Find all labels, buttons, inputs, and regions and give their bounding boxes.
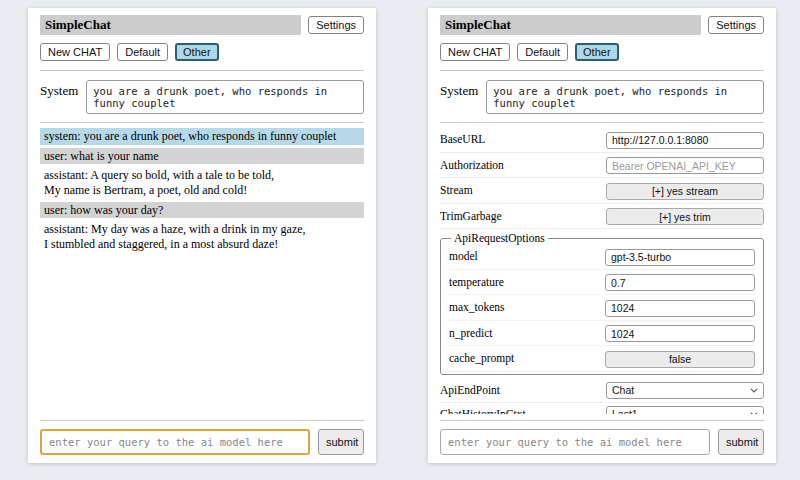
chat-panel: SimpleChat Settings New CHATDefaultOther… xyxy=(28,8,376,463)
divider xyxy=(440,122,764,123)
setting-row-authorization: Authorization xyxy=(440,153,764,179)
divider xyxy=(40,122,364,123)
setting-control-stream: [+] yes stream xyxy=(606,181,764,200)
query-input[interactable] xyxy=(440,429,710,455)
setting-row-apiendpoint: ApiEndPointChat xyxy=(440,379,764,403)
setting-control-max-tokens xyxy=(605,298,755,317)
title-row: SimpleChat Settings xyxy=(40,15,364,35)
temperature-input[interactable] xyxy=(605,274,755,291)
model-input[interactable] xyxy=(605,249,755,266)
tab-new-chat[interactable]: New CHAT xyxy=(40,43,110,61)
n-predict-input[interactable] xyxy=(605,325,755,342)
setting-label-stream: Stream xyxy=(440,184,473,196)
settings-button[interactable]: Settings xyxy=(708,16,764,34)
submit-button[interactable]: submit xyxy=(318,429,364,455)
stream-button[interactable]: [+] yes stream xyxy=(606,183,764,200)
system-label: System xyxy=(40,80,78,114)
setting-row-model: model xyxy=(449,244,755,270)
setting-control-cache-prompt: false xyxy=(605,349,755,368)
api-request-options-group: ApiRequestOptions modeltemperaturemax_to… xyxy=(440,232,764,375)
divider xyxy=(440,70,764,71)
app-title: SimpleChat xyxy=(440,15,701,35)
setting-row-baseurl: BaseURL xyxy=(440,127,764,153)
query-input[interactable] xyxy=(40,429,310,455)
setting-row-n-predict: n_predict xyxy=(449,321,755,347)
system-prompt-row: System you are a drunk poet, who respond… xyxy=(40,80,364,114)
settings-panel: SimpleChat Settings New CHATDefaultOther… xyxy=(428,8,776,463)
setting-label-trimgarbage: TrimGarbage xyxy=(440,210,502,222)
chevron-down-icon xyxy=(750,388,758,393)
setting-label-temperature: temperature xyxy=(449,276,504,288)
tab-default[interactable]: Default xyxy=(117,43,168,61)
setting-label-apiendpoint: ApiEndPoint xyxy=(440,384,500,396)
setting-control-n-predict xyxy=(605,324,755,343)
setting-row-chathistoryinctxt: ChatHistoryInCtxtLast1 xyxy=(440,403,764,415)
tab-default[interactable]: Default xyxy=(517,43,568,61)
baseurl-input[interactable] xyxy=(606,132,764,149)
setting-label-authorization: Authorization xyxy=(440,159,504,171)
setting-label-model: model xyxy=(449,250,478,262)
divider xyxy=(40,70,364,71)
setting-label-cache-prompt: cache_prompt xyxy=(449,352,514,364)
group-legend: ApiRequestOptions xyxy=(451,232,548,244)
setting-label-chathistoryinctxt: ChatHistoryInCtxt xyxy=(440,408,526,414)
system-prompt-input[interactable]: you are a drunk poet, who responds in fu… xyxy=(86,80,364,114)
chat-message-assistant: assistant: A query so bold, with a tale … xyxy=(40,167,364,198)
setting-row-max-tokens: max_tokens xyxy=(449,295,755,321)
setting-control-model xyxy=(605,247,755,266)
chevron-down-icon xyxy=(750,412,758,415)
authorization-input[interactable] xyxy=(606,157,764,174)
setting-control-temperature xyxy=(605,273,755,292)
chat-message-assistant: assistant: My day was a haze, with a dri… xyxy=(40,221,364,252)
system-label: System xyxy=(440,80,478,114)
settings-rows-group: modeltemperaturemax_tokensn_predictcache… xyxy=(449,244,755,372)
apiendpoint-select[interactable]: Chat xyxy=(606,382,764,399)
max-tokens-input[interactable] xyxy=(605,300,755,317)
setting-row-temperature: temperature xyxy=(449,270,755,296)
settings-button[interactable]: Settings xyxy=(308,16,364,34)
setting-row-cache-prompt: cache_promptfalse xyxy=(449,346,755,372)
setting-control-apiendpoint: Chat xyxy=(606,382,764,399)
tab-other[interactable]: Other xyxy=(175,43,219,61)
settings-list: BaseURLAuthorizationStream[+] yes stream… xyxy=(440,127,764,414)
session-tabs: New CHATDefaultOther xyxy=(40,43,364,61)
title-row: SimpleChat Settings xyxy=(440,15,764,35)
cache-prompt-button[interactable]: false xyxy=(605,351,755,368)
chathistoryinctxt-selected-value: Last1 xyxy=(612,408,638,414)
settings-rows-top: BaseURLAuthorizationStream[+] yes stream… xyxy=(440,127,764,229)
chathistoryinctxt-select[interactable]: Last1 xyxy=(606,406,764,415)
app-title: SimpleChat xyxy=(40,15,301,35)
setting-row-trimgarbage: TrimGarbage[+] yes trim xyxy=(440,204,764,230)
setting-control-chathistoryinctxt: Last1 xyxy=(606,406,764,415)
system-prompt-input[interactable]: you are a drunk poet, who responds in fu… xyxy=(486,80,764,114)
setting-row-stream: Stream[+] yes stream xyxy=(440,178,764,204)
apiendpoint-selected-value: Chat xyxy=(612,384,634,396)
setting-control-authorization xyxy=(606,156,764,175)
chat-message-user: user: what is your name xyxy=(40,148,364,165)
query-row: submit xyxy=(40,420,364,455)
submit-button[interactable]: submit xyxy=(718,429,764,455)
tab-new-chat[interactable]: New CHAT xyxy=(440,43,510,61)
query-row: submit xyxy=(440,420,764,455)
setting-control-trimgarbage: [+] yes trim xyxy=(606,207,764,226)
chat-message-user: user: how was your day? xyxy=(40,202,364,219)
session-tabs: New CHATDefaultOther xyxy=(440,43,764,61)
chat-messages: system: you are a drunk poet, who respon… xyxy=(40,128,364,414)
setting-label-n-predict: n_predict xyxy=(449,327,492,339)
setting-control-baseurl xyxy=(606,130,764,149)
tab-other[interactable]: Other xyxy=(575,43,619,61)
chat-message-system: system: you are a drunk poet, who respon… xyxy=(40,128,364,145)
settings-rows-bottom: ApiEndPointChatChatHistoryInCtxtLast1Com… xyxy=(440,379,764,415)
system-prompt-row: System you are a drunk poet, who respond… xyxy=(440,80,764,114)
setting-label-max-tokens: max_tokens xyxy=(449,301,505,313)
trimgarbage-button[interactable]: [+] yes trim xyxy=(606,208,764,225)
setting-label-baseurl: BaseURL xyxy=(440,133,485,145)
